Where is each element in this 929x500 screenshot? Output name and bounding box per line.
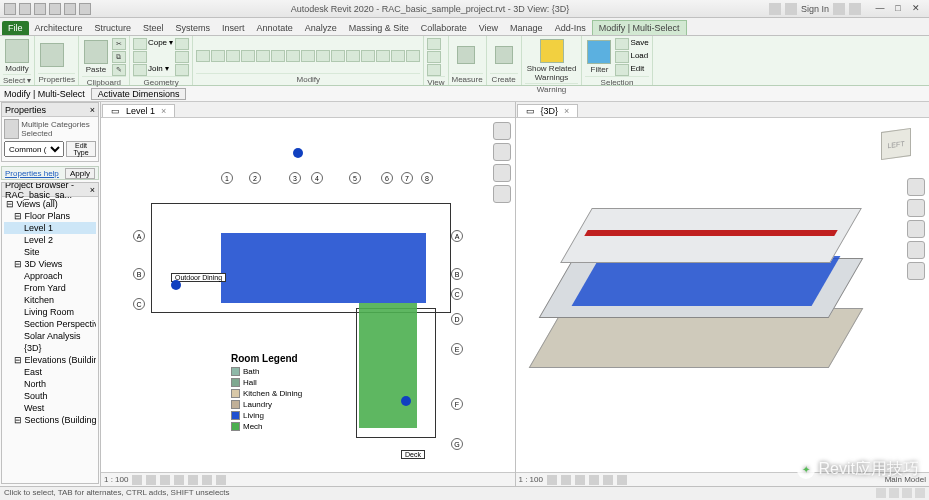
mirror-draw-button[interactable]	[271, 50, 285, 62]
family-selector[interactable]: Common (192)	[4, 141, 64, 157]
nav-zoom-icon-3d[interactable]	[907, 241, 925, 259]
tree-level-2[interactable]: Level 2	[4, 234, 96, 246]
tree-kitchen[interactable]: Kitchen	[4, 294, 96, 306]
override-button[interactable]	[427, 51, 441, 63]
restore-icon[interactable]: ▭	[111, 106, 120, 116]
grid-bubble-1[interactable]: 1	[221, 172, 233, 184]
tab-view[interactable]: View	[473, 21, 504, 35]
trim-extend-button[interactable]	[301, 50, 315, 62]
grid-bubble-2[interactable]: 2	[249, 172, 261, 184]
tab-insert[interactable]: Insert	[216, 21, 251, 35]
info-center-icon[interactable]	[769, 3, 781, 15]
tab-manage[interactable]: Manage	[504, 21, 549, 35]
room-living-selected[interactable]	[221, 233, 426, 303]
properties-help-link[interactable]: Properties help	[5, 169, 59, 178]
nav-zoom-icon[interactable]	[493, 185, 511, 203]
sun-path-icon-3d[interactable]	[575, 475, 585, 485]
status-select-icon[interactable]	[876, 488, 886, 498]
edit-selection-button[interactable]	[615, 64, 629, 76]
tree-3d-views[interactable]: ⊟ 3D Views	[4, 258, 96, 270]
grid-bubble-3[interactable]: 3	[289, 172, 301, 184]
tree-site[interactable]: Site	[4, 246, 96, 258]
grid-bubble-a-r[interactable]: A	[451, 230, 463, 242]
sun-path-icon[interactable]	[160, 475, 170, 485]
elevation-marker-west[interactable]	[171, 280, 181, 290]
group-button[interactable]	[406, 50, 420, 62]
properties-apply-button[interactable]: Apply	[65, 168, 95, 179]
user-icon[interactable]	[785, 3, 797, 15]
tab-collaborate[interactable]: Collaborate	[415, 21, 473, 35]
tab-file[interactable]: File	[2, 21, 29, 35]
split-button[interactable]	[316, 50, 330, 62]
pin-button[interactable]	[361, 50, 375, 62]
tree-3d-default[interactable]: {3D}	[4, 342, 96, 354]
match-type-button[interactable]: ✎	[112, 64, 126, 76]
scale-label-left[interactable]: 1 : 100	[104, 475, 128, 484]
grid-bubble-a[interactable]: A	[133, 230, 145, 242]
tree-north[interactable]: North	[4, 378, 96, 390]
view-tab-3d[interactable]: ▭ {3D} ×	[517, 104, 579, 117]
save-selection-button[interactable]	[615, 38, 629, 50]
tree-views-root[interactable]: ⊟ Views (all)	[4, 198, 96, 210]
hide-isolate-icon[interactable]	[202, 475, 212, 485]
qat-save-icon[interactable]	[34, 3, 46, 15]
tab-steel[interactable]: Steel	[137, 21, 170, 35]
tree-west[interactable]: West	[4, 402, 96, 414]
tab-structure[interactable]: Structure	[89, 21, 138, 35]
grid-bubble-b[interactable]: B	[133, 268, 145, 280]
grid-bubble-b-r[interactable]: B	[451, 268, 463, 280]
grid-bubble-6[interactable]: 6	[381, 172, 393, 184]
visual-style-icon[interactable]	[146, 475, 156, 485]
tab-addins[interactable]: Add-Ins	[549, 21, 592, 35]
view-tab-level1[interactable]: ▭ Level 1 ×	[102, 104, 175, 117]
crop-icon[interactable]	[188, 475, 198, 485]
tree-section-perspective[interactable]: Section Perspective	[4, 318, 96, 330]
cut-geom-button[interactable]	[133, 51, 147, 63]
nav-pan-icon-3d[interactable]	[907, 220, 925, 238]
sign-in-label[interactable]: Sign In	[801, 4, 829, 14]
scale-button[interactable]	[346, 50, 360, 62]
offset-button[interactable]	[226, 50, 240, 62]
shadows-icon-3d[interactable]	[589, 475, 599, 485]
cloud-icon[interactable]	[833, 3, 845, 15]
qat-undo-icon[interactable]	[49, 3, 61, 15]
grid-bubble-f-r[interactable]: F	[451, 398, 463, 410]
filter-button[interactable]: Filter	[585, 39, 613, 75]
render-icon-3d[interactable]	[603, 475, 613, 485]
cope-button[interactable]	[133, 38, 147, 50]
unpin-button[interactable]	[376, 50, 390, 62]
wall-opening-button[interactable]	[175, 51, 189, 63]
tree-from-yard[interactable]: From Yard	[4, 282, 96, 294]
nav-orbit-icon-3d[interactable]	[907, 262, 925, 280]
view-cube-face[interactable]: LEFT	[881, 128, 911, 160]
grid-bubble-7[interactable]: 7	[401, 172, 413, 184]
split-face-button[interactable]	[175, 64, 189, 76]
crop-icon-3d[interactable]	[617, 475, 627, 485]
grid-bubble-8[interactable]: 8	[421, 172, 433, 184]
array-button[interactable]	[331, 50, 345, 62]
tab-massing-site[interactable]: Massing & Site	[343, 21, 415, 35]
qat-print-icon[interactable]	[79, 3, 91, 15]
copy-mod-button[interactable]	[241, 50, 255, 62]
properties-button[interactable]	[38, 42, 66, 69]
view-tab-close[interactable]: ×	[161, 106, 166, 116]
plan-canvas[interactable]: 1 2 3 4 5 6 7 8 A B C A B C D	[101, 118, 515, 472]
grid-bubble-c[interactable]: C	[133, 298, 145, 310]
grid-bubble-g-r[interactable]: G	[451, 438, 463, 450]
grid-bubble-e-r[interactable]: E	[451, 343, 463, 355]
load-selection-button[interactable]	[615, 51, 629, 63]
main-model-label[interactable]: Main Model	[885, 475, 926, 484]
status-filter-icon[interactable]	[915, 488, 925, 498]
tree-south[interactable]: South	[4, 390, 96, 402]
reveal-icon[interactable]	[216, 475, 226, 485]
grid-bubble-c-r[interactable]: C	[451, 288, 463, 300]
tree-living-room[interactable]: Living Room	[4, 306, 96, 318]
tab-systems[interactable]: Systems	[170, 21, 217, 35]
tree-elevations[interactable]: ⊟ Elevations (Building Elevat	[4, 354, 96, 366]
status-drag-icon[interactable]	[889, 488, 899, 498]
linework-button[interactable]	[427, 64, 441, 76]
grid-bubble-d-r[interactable]: D	[451, 313, 463, 325]
qat-app-icon[interactable]	[4, 3, 16, 15]
edit-type-button[interactable]: Edit Type	[66, 141, 96, 157]
nav-wheel-icon[interactable]	[493, 143, 511, 161]
